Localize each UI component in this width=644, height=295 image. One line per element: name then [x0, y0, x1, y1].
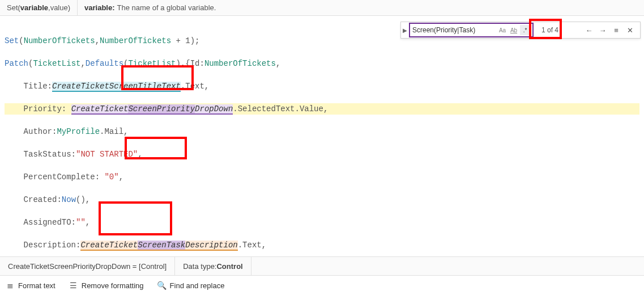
find-word-toggle[interactable]: Ab	[509, 25, 519, 35]
remove-format-icon: ☰	[69, 281, 78, 290]
formula-editor[interactable]: Set(NumberOfTickets,NumberOfTickets + 1)…	[0, 16, 644, 295]
find-input[interactable]	[412, 26, 496, 34]
find-bar: ▶ Aa Ab .* 1 of 4 ← → ≡ ✕	[400, 22, 641, 39]
sig-param2: value	[50, 3, 68, 12]
find-input-wrap: Aa Ab .*	[409, 23, 534, 37]
format-icon: ≣	[6, 281, 15, 290]
status-identifier: CreateTicketScreenPriorityDropDown = [Co…	[0, 257, 175, 275]
signature-cell: Set(variable, value)	[0, 0, 78, 15]
find-next-button[interactable]: →	[597, 24, 608, 36]
desc-param: variable:	[84, 3, 114, 12]
find-expand-toggle[interactable]: ▶	[401, 22, 409, 38]
formula-toolbar: ≣ Format text ☰ Remove formatting 🔍 Find…	[0, 276, 644, 295]
find-prev-button[interactable]: ←	[583, 24, 595, 36]
status-datatype: Data type: Control	[175, 257, 251, 275]
status-bar-info: CreateTicketScreenPriorityDropDown = [Co…	[0, 256, 644, 276]
sig-param1: variable	[20, 3, 48, 12]
search-icon: 🔍	[157, 281, 167, 290]
desc-text: The name of a global variable.	[117, 3, 216, 12]
find-replace-button[interactable]: 🔍 Find and replace	[157, 281, 225, 290]
remove-formatting-button[interactable]: ☰ Remove formatting	[69, 281, 144, 290]
signature-desc: variable: The name of a global variable.	[78, 0, 223, 15]
find-regex-toggle[interactable]: .*	[520, 25, 530, 35]
find-case-toggle[interactable]: Aa	[497, 25, 507, 35]
sig-fn: Set	[7, 3, 18, 12]
find-close-button[interactable]: ✕	[624, 24, 636, 36]
signature-bar: Set(variable, value) variable: The name …	[0, 0, 644, 16]
find-in-selection-button[interactable]: ≡	[611, 24, 622, 36]
format-text-button[interactable]: ≣ Format text	[6, 281, 56, 290]
find-count: 1 of 4	[541, 26, 558, 34]
